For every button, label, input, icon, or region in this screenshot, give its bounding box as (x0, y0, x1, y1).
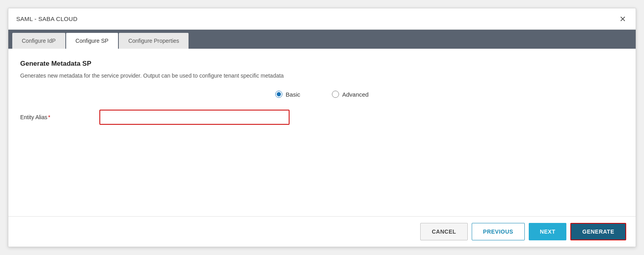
radio-option-advanced[interactable]: Advanced (332, 91, 369, 98)
section-description: Generates new metadata for the service p… (20, 72, 624, 79)
radio-option-basic[interactable]: Basic (275, 91, 300, 98)
radio-advanced[interactable] (332, 91, 339, 98)
radio-basic-label: Basic (286, 91, 300, 98)
dialog-footer: CANCEL PREVIOUS NEXT GENERATE (8, 216, 636, 247)
previous-button[interactable]: PREVIOUS (472, 223, 525, 240)
next-button[interactable]: NEXT (529, 223, 566, 240)
saml-dialog: SAML - SABA CLOUD ✕ Configure IdP Config… (8, 8, 636, 247)
radio-advanced-label: Advanced (342, 91, 369, 98)
tabs-bar: Configure IdP Configure SP Configure Pro… (8, 30, 636, 49)
entity-alias-input[interactable] (99, 110, 290, 125)
radio-basic[interactable] (275, 91, 282, 98)
form-row-entity-alias: Entity Alias* (20, 110, 624, 125)
section-title: Generate Metadata SP (20, 60, 624, 68)
tab-configure-sp[interactable]: Configure SP (66, 33, 118, 49)
cancel-button[interactable]: CANCEL (420, 223, 467, 240)
generate-button[interactable]: GENERATE (570, 223, 626, 240)
dialog-title: SAML - SABA CLOUD (16, 15, 78, 22)
dialog-body: Generate Metadata SP Generates new metad… (8, 49, 636, 216)
radio-group: Basic Advanced (20, 91, 624, 98)
close-icon[interactable]: ✕ (618, 14, 628, 24)
dialog-header: SAML - SABA CLOUD ✕ (8, 8, 636, 30)
tab-configure-idp[interactable]: Configure IdP (12, 33, 65, 49)
entity-alias-label: Entity Alias* (20, 114, 99, 120)
required-indicator: * (48, 114, 50, 120)
tab-configure-properties[interactable]: Configure Properties (119, 33, 189, 49)
